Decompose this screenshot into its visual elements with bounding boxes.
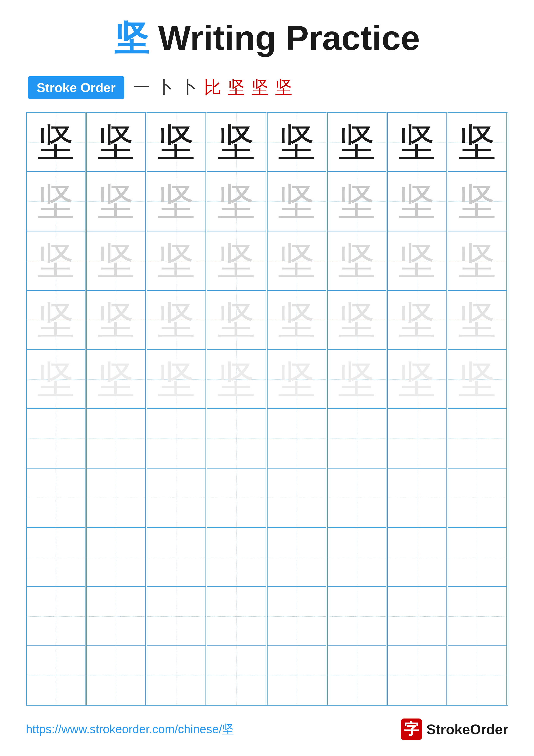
practice-char: 坚 [37,360,75,398]
practice-char: 坚 [37,301,75,339]
stroke-steps: 一 卜 卜 比 坚 坚 坚 [133,76,292,99]
table-row: 坚 [207,172,266,231]
table-row [87,587,146,646]
table-row: 坚 [87,350,146,409]
practice-char: 坚 [97,301,135,339]
table-row [26,527,86,587]
footer: https://www.strokeorder.com/chinese/坚 字 … [26,706,508,740]
table-row [387,587,446,646]
table-row: 坚 [26,231,86,290]
table-row [447,646,507,705]
practice-char: 坚 [338,182,376,220]
practice-char: 坚 [338,360,376,398]
table-row: 坚 [447,172,507,231]
table-row: 坚 [26,350,86,409]
stroke-step-4: 比 [204,76,221,99]
stroke-step-3: 卜 [180,76,197,99]
table-row [207,587,266,646]
table-row: 坚 [87,172,146,231]
table-row: 坚 [327,113,387,172]
table-row: 坚 [87,231,146,290]
practice-char: 坚 [217,242,255,280]
table-row: 坚 [267,350,326,409]
practice-char: 坚 [278,123,316,161]
table-row: 坚 [447,113,507,172]
footer-logo: 字 StrokeOrder [401,718,508,740]
table-row [447,527,507,587]
table-row [387,468,446,527]
table-row [147,587,206,646]
table-row [147,409,206,468]
table-row [327,409,387,468]
practice-char: 坚 [278,301,316,339]
practice-char: 坚 [217,182,255,220]
table-row: 坚 [26,113,86,172]
table-row: 坚 [447,231,507,290]
stroke-step-5: 坚 [228,76,245,99]
practice-char: 坚 [338,301,376,339]
table-row [267,587,326,646]
table-row: 坚 [207,113,266,172]
table-row [87,646,146,705]
table-row: 坚 [207,231,266,290]
practice-char: 坚 [458,182,496,220]
table-row [87,468,146,527]
practice-char: 坚 [338,242,376,280]
table-row: 坚 [267,172,326,231]
page-title: 坚 Writing Practice [26,17,508,59]
table-row [147,527,206,587]
table-row: 坚 [147,290,206,350]
table-row: 坚 [447,350,507,409]
table-row: 坚 [87,290,146,350]
practice-char: 坚 [338,123,376,161]
practice-grid: 坚坚坚坚坚坚坚坚坚坚坚坚坚坚坚坚坚坚坚坚坚坚坚坚坚坚坚坚坚坚坚坚坚坚坚坚坚坚坚坚 [26,112,508,706]
table-row: 坚 [147,172,206,231]
practice-char: 坚 [398,242,436,280]
table-row [207,409,266,468]
table-row: 坚 [147,231,206,290]
practice-char: 坚 [398,182,436,220]
table-row [387,409,446,468]
page: 坚 Writing Practice Stroke Order 一 卜 卜 比 … [0,0,534,756]
practice-char: 坚 [278,182,316,220]
practice-char: 坚 [278,360,316,398]
table-row: 坚 [327,172,387,231]
table-row [207,646,266,705]
practice-char: 坚 [398,360,436,398]
practice-char: 坚 [97,123,135,161]
table-row [26,587,86,646]
practice-char: 坚 [458,360,496,398]
table-row: 坚 [26,172,86,231]
table-row [447,587,507,646]
practice-char: 坚 [278,242,316,280]
table-row: 坚 [327,350,387,409]
table-row: 坚 [327,231,387,290]
table-row [207,527,266,587]
table-row: 坚 [267,231,326,290]
table-row: 坚 [327,290,387,350]
practice-char: 坚 [97,182,135,220]
practice-char: 坚 [217,360,255,398]
table-row [267,468,326,527]
practice-char: 坚 [217,301,255,339]
practice-char: 坚 [158,182,195,220]
table-row [327,587,387,646]
table-row [26,468,86,527]
stroke-order-row: Stroke Order 一 卜 卜 比 坚 坚 坚 [26,76,508,99]
practice-char: 坚 [158,360,195,398]
practice-char: 坚 [158,123,195,161]
table-row: 坚 [387,172,446,231]
practice-char: 坚 [398,123,436,161]
stroke-step-1: 一 [133,76,150,99]
table-row [207,468,266,527]
table-row [87,409,146,468]
practice-char: 坚 [398,301,436,339]
title-character: 坚 [114,18,149,57]
stroke-step-6: 坚 [251,76,268,99]
practice-char: 坚 [458,123,496,161]
table-row: 坚 [26,290,86,350]
practice-char: 坚 [458,301,496,339]
table-row: 坚 [147,113,206,172]
practice-char: 坚 [97,242,135,280]
practice-char: 坚 [158,301,195,339]
